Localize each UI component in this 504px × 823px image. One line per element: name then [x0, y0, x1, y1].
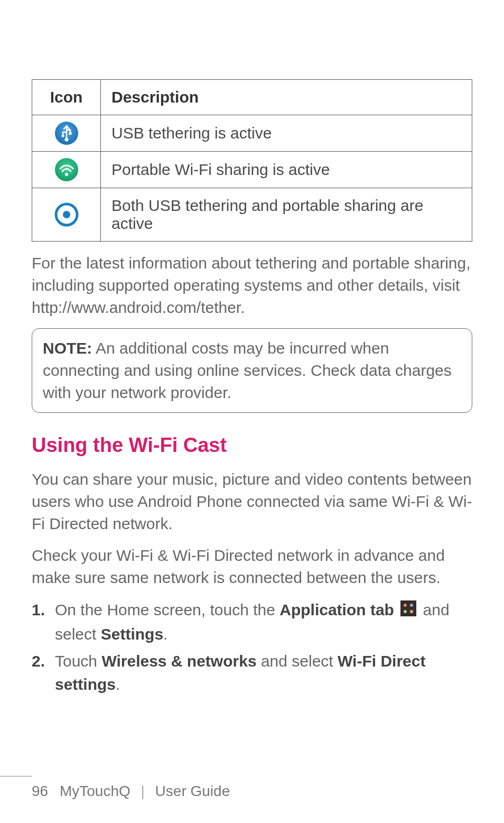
svg-point-5: [65, 173, 68, 176]
section-heading: Using the Wi-Fi Cast: [32, 434, 472, 457]
step-number: 2.: [32, 650, 45, 673]
page-number: 96: [32, 783, 48, 799]
svg-rect-2: [69, 132, 71, 135]
section-intro-1: You can share your music, picture and vi…: [32, 468, 472, 535]
step-bold-2: Settings: [101, 625, 163, 643]
table-row: Portable Wi-Fi sharing is active: [32, 152, 472, 188]
footer-divider: [0, 776, 32, 776]
svg-point-11: [404, 610, 407, 613]
svg-point-10: [410, 604, 413, 607]
row-description: Both USB tethering and portable sharing …: [101, 188, 472, 242]
note-box: NOTE: An additional costs may be incurre…: [32, 328, 472, 413]
table-row: USB tethering is active: [32, 115, 472, 152]
svg-point-9: [404, 604, 407, 607]
footer-separator: |: [141, 783, 145, 799]
svg-point-12: [410, 610, 413, 613]
note-body: An additional costs may be incurred when…: [43, 339, 452, 401]
step-text-b: and select: [257, 652, 338, 670]
svg-point-1: [61, 135, 64, 137]
footer-product: MyTouchQ: [60, 783, 130, 799]
both-active-icon: [38, 202, 95, 227]
svg-point-3: [64, 138, 68, 142]
header-icon: Icon: [32, 80, 101, 115]
step-text-c: .: [163, 625, 167, 643]
row-description: USB tethering is active: [101, 115, 472, 152]
page-footer: 96 MyTouchQ | User Guide: [32, 783, 230, 800]
step-bold-1: Wireless & networks: [101, 652, 256, 670]
footer-doc: User Guide: [155, 783, 230, 799]
apps-icon: [400, 599, 416, 623]
header-description: Description: [101, 80, 472, 115]
step-text-a: Touch: [55, 652, 101, 670]
step-bold-1: Application tab: [279, 601, 394, 618]
after-table-paragraph: For the latest information about tetheri…: [32, 252, 472, 319]
icon-description-table: Icon Description: [32, 79, 472, 242]
svg-point-7: [63, 211, 70, 218]
steps-list: 1. On the Home screen, touch the Applica…: [32, 598, 472, 696]
table-row: Both USB tethering and portable sharing …: [32, 188, 472, 242]
list-item: 2. Touch Wireless & networks and select …: [32, 650, 472, 696]
usb-tether-icon: [38, 121, 95, 146]
row-description: Portable Wi-Fi sharing is active: [101, 152, 472, 188]
step-text-a: On the Home screen, touch the: [55, 601, 279, 618]
step-text-c: .: [116, 676, 120, 693]
wifi-share-icon: [38, 157, 95, 182]
step-number: 1.: [32, 598, 45, 622]
list-item: 1. On the Home screen, touch the Applica…: [32, 598, 472, 645]
note-prefix: NOTE:: [43, 339, 92, 357]
svg-rect-8: [400, 600, 416, 616]
section-intro-2: Check your Wi-Fi & Wi-Fi Directed networ…: [32, 544, 472, 589]
